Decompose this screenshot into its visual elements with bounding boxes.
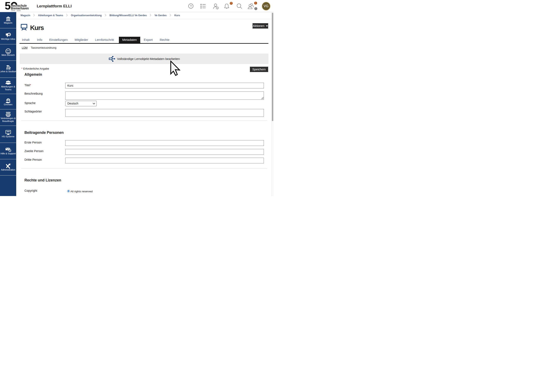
svg-text:?: ? bbox=[190, 5, 191, 8]
svg-text:!: ! bbox=[217, 7, 218, 9]
svg-text:***: *** bbox=[7, 130, 10, 134]
svg-text:?: ? bbox=[9, 149, 10, 152]
